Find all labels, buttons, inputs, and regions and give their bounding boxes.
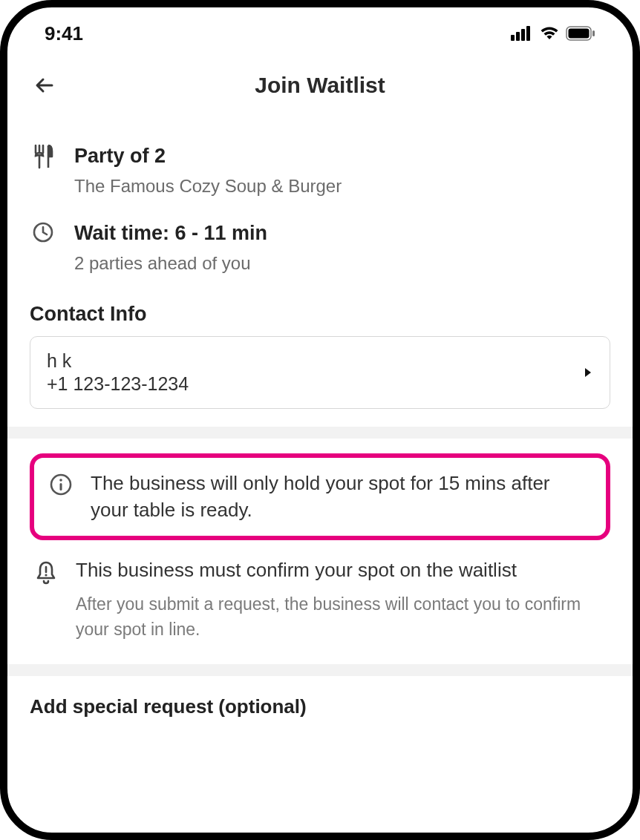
utensils-icon [32,144,54,169]
device-frame: 9:41 [0,0,640,840]
restaurant-name: The Famous Cozy Soup & Burger [74,174,610,199]
party-size: Party of 2 [74,142,610,169]
contact-phone: +1 123-123-1234 [47,373,189,395]
info-icon [49,473,73,496]
status-time: 9:41 [45,22,83,45]
wait-time: Wait time: 6 - 11 min [74,220,610,246]
svg-rect-10 [60,483,62,490]
wifi-icon [539,26,560,41]
party-row: Party of 2 The Famous Cozy Soup & Burger [30,142,610,199]
screen-header: Join Waitlist [7,52,633,113]
cellular-icon [511,26,533,41]
page-title: Join Waitlist [30,73,610,98]
hold-notice-highlight: The business will only hold your spot fo… [30,453,610,540]
confirm-title: This business must confirm your spot on … [76,557,607,583]
svg-point-9 [59,479,62,482]
chevron-right-icon [583,367,593,378]
battery-icon [566,26,595,41]
special-request-heading: Add special request (optional) [30,695,610,718]
svg-point-12 [45,574,47,576]
section-divider [7,427,633,439]
contact-card[interactable]: h k +1 123-123-1234 [30,336,610,409]
svg-rect-6 [592,30,595,36]
hold-notice-text: The business will only hold your spot fo… [91,470,592,524]
svg-rect-1 [516,32,520,41]
wait-row: Wait time: 6 - 11 min 2 parties ahead of… [30,220,610,276]
clock-icon [32,221,54,243]
status-icons [511,26,595,41]
status-bar: 9:41 [7,7,633,52]
confirm-subtext: After you submit a request, the business… [76,592,607,642]
contact-name: h k [47,350,189,372]
confirm-notice: This business must confirm your spot on … [30,557,610,642]
section-divider [7,664,633,676]
arrow-left-icon [33,74,56,96]
back-button[interactable] [30,70,59,100]
svg-rect-3 [526,26,530,41]
bell-alert-icon [34,560,58,586]
svg-rect-0 [511,35,515,41]
contact-heading: Contact Info [30,303,610,326]
svg-rect-2 [521,29,525,41]
svg-rect-5 [569,29,590,39]
parties-ahead: 2 parties ahead of you [74,251,610,276]
